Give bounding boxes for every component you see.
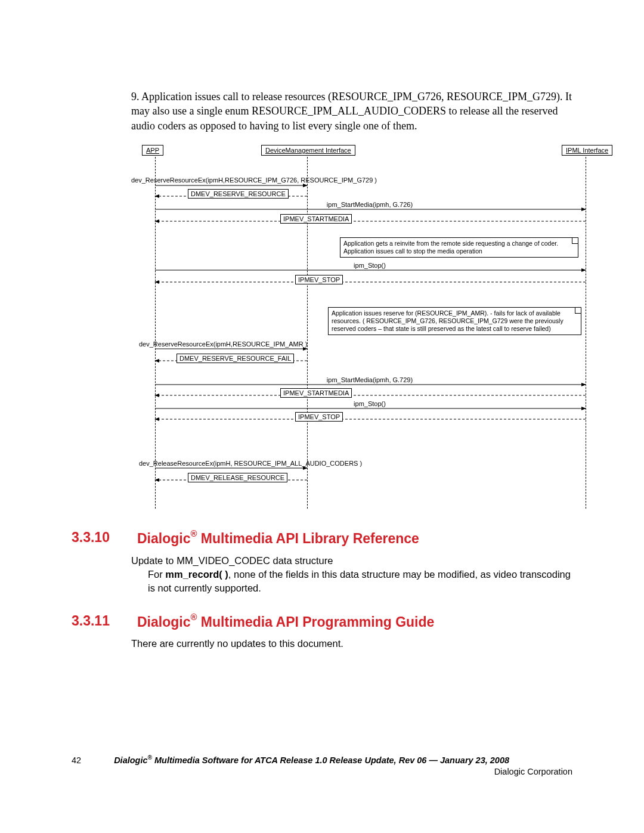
call-startmedia-2: ipm_StartMedia(ipmh, G.729) [292, 376, 447, 383]
call-release: dev_ReleaseResourceEx(ipmH, RESOURCE_IPM… [139, 460, 362, 467]
lifeline-dmi: DeviceManagement Interface [261, 145, 355, 156]
event-stop-1: IPMEV_STOP [295, 275, 343, 284]
event-reserve-1: DMEV_RESERVE_RESOURCE [188, 189, 289, 199]
lifeline-app: APP [142, 145, 163, 156]
note-reserve-fail: Application issues reserve for (RESOURCE… [328, 307, 581, 335]
line-3310-1: Update to MM_VIDEO_CODEC data structure [131, 554, 572, 568]
event-release: DMEV_RELEASE_RESOURCE [188, 473, 287, 482]
footer-doc-title: Dialogic® Multimedia Software for ATCA R… [114, 754, 509, 765]
line-3310-2: For mm_record( ), none of the fields in … [148, 568, 572, 595]
page-number: 42 [72, 755, 81, 765]
event-startmedia-1: IPMEV_STARTMEDIA [280, 214, 352, 224]
event-stop-2: IPMEV_STOP [295, 412, 343, 422]
call-reserve-2: dev_ReserveResourceEx(ipmH,RESOURCE_IPM_… [139, 340, 307, 348]
call-stop-1: ipm_Stop() [292, 262, 447, 269]
call-reserve-1: dev_ReserveResourceEx(ipmH,RESOURCE_IPM_… [131, 176, 377, 184]
registered-icon: ® [148, 754, 152, 761]
heading-title-3311: Dialogic® Multimedia API Programming Gui… [137, 613, 434, 630]
registered-icon: ® [190, 528, 197, 538]
heading-3-3-11: 3.3.11 Dialogic® Multimedia API Programm… [72, 613, 572, 630]
heading-num-3310: 3.3.10 [72, 529, 113, 547]
footer-corp: Dialogic Corporation [72, 767, 572, 776]
call-stop-2: ipm_Stop() [292, 400, 447, 407]
page-footer: 42 Dialogic® Multimedia Software for ATC… [72, 754, 572, 776]
registered-icon: ® [190, 612, 197, 622]
intro-paragraph: 9. Application issues call to release re… [131, 89, 572, 133]
body-3311: There are currently no updates to this d… [131, 637, 572, 651]
heading-3-3-10: 3.3.10 Dialogic® Multimedia API Library … [72, 529, 572, 547]
lifeline-ipml: IPML Interface [562, 145, 612, 156]
event-reserve-fail: DMEV_RESERVE_RESOURCE_FAIL [177, 354, 294, 363]
body-3310: Update to MM_VIDEO_CODEC data structure … [131, 554, 572, 595]
heading-num-3311: 3.3.11 [72, 613, 113, 630]
event-startmedia-2: IPMEV_STARTMEDIA [280, 388, 352, 398]
intro-text: 9. Application issues call to release re… [131, 91, 572, 132]
heading-title-3310: Dialogic® Multimedia API Library Referen… [137, 529, 419, 547]
call-startmedia-1: ipm_StartMedia(ipmh, G.726) [292, 201, 447, 208]
note-reinvite: Application gets a reinvite from the rem… [340, 237, 578, 258]
sequence-diagram: APP DeviceManagement Interface IPML Inte… [131, 145, 626, 515]
